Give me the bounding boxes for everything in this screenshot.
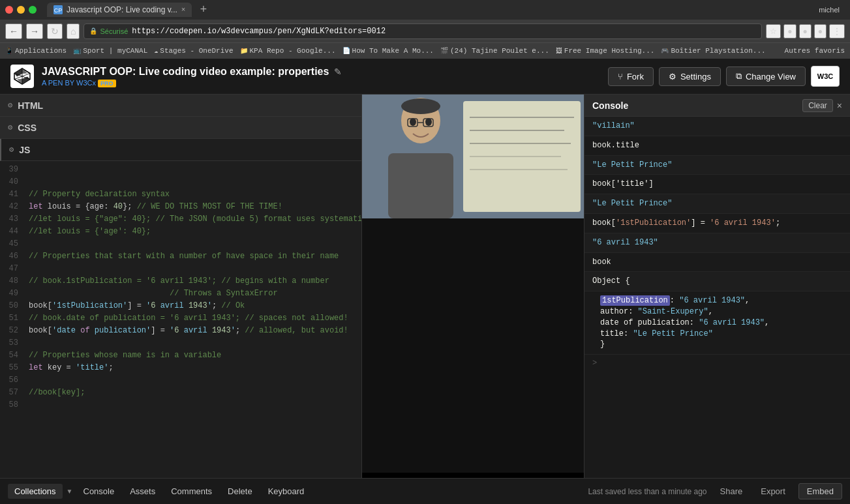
url-bar[interactable]: 🔒 Sécurisé https://codepen.io/w3devcampu… [83, 23, 762, 39]
settings-icon-css[interactable]: ⚙ [8, 123, 12, 132]
bookmark-autres[interactable]: Autres favoris [785, 47, 845, 55]
bookmark-icon-2: 📺 [73, 47, 81, 55]
delete-button[interactable]: Delete [221, 484, 259, 499]
new-tab-btn[interactable]: + [200, 3, 207, 16]
tab-js[interactable]: ⚙ JS [0, 139, 361, 161]
console-line-1: "villain" [584, 117, 850, 136]
console-value-8: book [592, 258, 611, 267]
bookmark-kpa[interactable]: 📁 KPA Repo - Google... [240, 47, 336, 55]
console-button[interactable]: Console [77, 484, 121, 499]
bookmarks-bar: 📱 Applications 📺 Sport | myCANAL ☁ Stage… [0, 42, 850, 59]
bookmark-boitier[interactable]: 🎮 Boîtier Playstation... [661, 47, 765, 55]
bookmark-icon-4: 📁 [240, 47, 248, 55]
fork-icon: ⑂ [618, 72, 623, 82]
menu-btn[interactable]: ⋮ [829, 24, 845, 38]
close-window-btn[interactable] [5, 6, 13, 14]
w3c-button[interactable]: W3C [811, 66, 840, 87]
bottom-bar: Collections ▼ Console Assets Comments De… [0, 478, 850, 504]
console-value-1: "villain" [592, 121, 635, 130]
console-prompt[interactable]: > [584, 355, 850, 372]
back-btn[interactable]: ← [5, 23, 22, 39]
bookmark-sport[interactable]: 📺 Sport | myCANAL [73, 47, 147, 55]
reload-btn[interactable]: ↻ [47, 23, 63, 39]
home-btn[interactable]: ⌂ [67, 23, 80, 39]
js-tab-label: JS [19, 145, 30, 155]
console-line-9: Object { [584, 272, 850, 291]
code-lines-container: 39 40 41 42 43 44 45 46 47 48 49 50 51 5… [0, 161, 361, 478]
tab-close-icon[interactable]: × [181, 6, 186, 14]
extension-icon-3[interactable]: ● [814, 24, 827, 38]
bookmark-freeimage[interactable]: 🖼 Free Image Hosting... [556, 47, 655, 55]
bookmark-applications[interactable]: 📱 Applications [5, 47, 67, 55]
svg-point-20 [410, 118, 416, 126]
code-content[interactable]: // Property declaration syntax let louis… [23, 161, 361, 478]
extension-icon-2[interactable]: ● [799, 24, 812, 38]
save-status: Last saved less than a minute ago [588, 487, 706, 496]
console-line-8: book [584, 253, 850, 273]
bookmark-stages[interactable]: ☁ Stages - OneDrive [154, 47, 233, 55]
svg-rect-19 [388, 153, 453, 218]
bookmark-tajine[interactable]: 🎬 (24) Tajine Poulet e... [440, 47, 549, 55]
comments-button[interactable]: Comments [164, 484, 219, 499]
codepen-app: JAVASCRIPT OOP: Live coding video exampl… [0, 59, 850, 504]
editor-area: ⚙ HTML ⚙ CSS ⚙ JS 39 40 41 42 43 44 45 4… [0, 95, 850, 478]
console-value-5: "Le Petit Prince" [592, 199, 672, 208]
bookmark-star-btn[interactable]: ☆ [766, 24, 781, 38]
pen-title: JAVASCRIPT OOP: Live coding video exampl… [42, 66, 608, 78]
edit-icon[interactable]: ✎ [334, 67, 342, 77]
bookmark-icon-3: ☁ [154, 47, 158, 55]
collections-button[interactable]: Collections [8, 484, 63, 499]
forward-btn[interactable]: → [26, 23, 43, 39]
assets-button[interactable]: Assets [123, 484, 162, 499]
console-panel: Console Clear × "villain" book.title "Le… [584, 95, 850, 478]
tab-css[interactable]: ⚙ CSS [0, 117, 361, 139]
active-tab[interactable]: CP Javascript OOP: Live coding v... × [47, 3, 192, 17]
codepen-header: JAVASCRIPT OOP: Live coding video exampl… [0, 59, 850, 95]
view-icon: ⧉ [736, 71, 742, 82]
user-label: michel [819, 6, 845, 14]
svg-point-18 [401, 98, 440, 114]
bottom-left-actions: Collections ▼ Console Assets Comments De… [8, 484, 311, 499]
console-line-2: book.title [584, 136, 850, 156]
console-line-10: 1stPublication: "6 avril 1943", author: … [584, 291, 850, 355]
change-view-button[interactable]: ⧉ Change View [726, 67, 806, 86]
fork-button[interactable]: ⑂ Fork [608, 67, 654, 86]
secure-label: Sécurisé [100, 27, 128, 35]
svg-text:CP: CP [54, 7, 63, 14]
line-numbers: 39 40 41 42 43 44 45 46 47 48 49 50 51 5… [0, 161, 23, 478]
console-clear-button[interactable]: Clear [802, 99, 833, 112]
settings-icon-html[interactable]: ⚙ [8, 100, 12, 110]
console-value-10: 1stPublication: "6 avril 1943", author: … [600, 295, 769, 349]
gear-icon: ⚙ [669, 72, 676, 82]
settings-button[interactable]: ⚙ Settings [659, 67, 721, 86]
code-editor[interactable]: 39 40 41 42 43 44 45 46 47 48 49 50 51 5… [0, 161, 361, 478]
pen-meta: A PEN BY W3Cx PRO [42, 79, 608, 87]
preview-panel [362, 95, 584, 478]
console-line-6: book['1stPublication'] = '6 avril 1943'; [584, 214, 850, 233]
minimize-window-btn[interactable] [17, 6, 25, 14]
settings-icon-js[interactable]: ⚙ [9, 145, 14, 155]
window-controls [5, 6, 37, 14]
console-output: "villain" book.title "Le Petit Prince" b… [584, 117, 850, 478]
code-panel: ⚙ HTML ⚙ CSS ⚙ JS 39 40 41 42 43 44 45 4… [0, 95, 362, 478]
console-actions: Clear × [802, 99, 842, 112]
tab-bar: CP Javascript OOP: Live coding v... × + … [0, 0, 850, 20]
bookmark-icon-6: 🎬 [440, 47, 448, 55]
author-link[interactable]: W3Cx [76, 79, 96, 87]
console-value-3: "Le Petit Prince" [592, 160, 672, 170]
extension-icon-1[interactable]: ● [783, 24, 796, 38]
embed-button[interactable]: Embed [798, 483, 842, 499]
export-button[interactable]: Export [755, 484, 791, 499]
maximize-window-btn[interactable] [29, 6, 37, 14]
collections-arrow-icon[interactable]: ▼ [65, 485, 74, 497]
console-close-button[interactable]: × [837, 100, 842, 111]
browser-chrome: CP Javascript OOP: Live coding v... × + … [0, 0, 850, 59]
bookmark-icon-7: 🖼 [556, 47, 562, 55]
tab-html[interactable]: ⚙ HTML [0, 95, 361, 117]
share-button[interactable]: Share [715, 484, 748, 499]
console-line-5: "Le Petit Prince" [584, 194, 850, 214]
bottom-right-actions: Last saved less than a minute ago Share … [588, 483, 842, 499]
bookmark-icon: 📱 [5, 47, 13, 55]
bookmark-howto[interactable]: 📄 How To Make A Mo... [342, 47, 434, 55]
keyboard-button[interactable]: Keyboard [262, 484, 311, 499]
